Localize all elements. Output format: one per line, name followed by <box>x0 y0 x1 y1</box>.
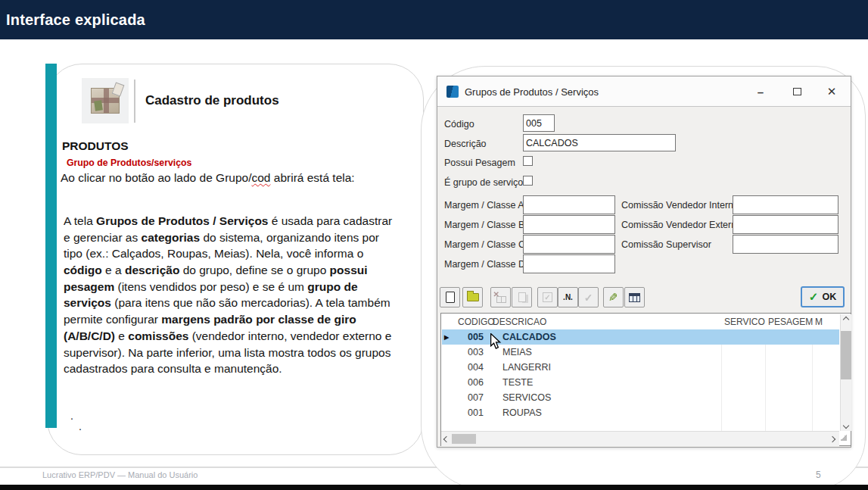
app-window: Grupos de Produtos / Serviços Código Des… <box>437 76 851 448</box>
header-divider <box>134 80 135 123</box>
table-row[interactable]: 004 LANGERRI <box>442 360 839 375</box>
column-header-servico[interactable]: SERVICO <box>724 317 765 327</box>
cell-codigo: 006 <box>468 377 502 388</box>
window-title: Grupos de Produtos / Serviços <box>465 76 599 107</box>
minimize-icon[interactable] <box>749 76 772 107</box>
cell-codigo: 007 <box>468 392 502 403</box>
cell-descricao: SERVICOS <box>502 392 551 403</box>
cell-descricao: LANGERRI <box>502 362 551 373</box>
text-run: A tela <box>64 214 96 227</box>
text-run: do grupo, define se o grupo <box>179 264 329 276</box>
resize-grip[interactable] <box>839 433 847 441</box>
text-run-bold: categorias <box>142 231 201 244</box>
cell-descricao: ROUPAS <box>502 407 542 418</box>
margem-d-input[interactable] <box>523 254 615 273</box>
n-order-button[interactable]: .N. <box>558 287 578 307</box>
comissao-externo-label: Comissão Vendedor Externo <box>621 220 742 230</box>
open-folder-icon <box>467 293 479 301</box>
descricao-label: Descrição <box>444 139 487 149</box>
table-calc-button[interactable] <box>624 287 645 307</box>
text-run-bold: descrição <box>125 264 179 276</box>
column-header-pesagem[interactable]: PESAGEM <box>768 317 813 327</box>
stray-dot: . <box>79 420 82 432</box>
margem-c-input[interactable] <box>523 235 615 254</box>
vertical-scrollbar[interactable] <box>840 314 851 431</box>
cell-descricao: MEIAS <box>502 347 532 357</box>
paragraph-description: A tela Grupos de Produtos / Serviços é u… <box>64 213 395 377</box>
grupo-servicos-label: É grupo de serviços <box>444 177 527 188</box>
text-run: e a <box>102 264 125 276</box>
section-heading: PRODUTOS <box>62 139 129 153</box>
comissao-externo-input[interactable] <box>733 215 838 234</box>
chevron-right-icon[interactable] <box>827 432 838 446</box>
footer-manual-label: Lucrativo ERP/PDV — Manual do Usuário <box>42 470 198 479</box>
edit-pen-button[interactable] <box>603 287 624 307</box>
confirm-record-button[interactable] <box>537 287 558 307</box>
subsection-heading: Grupo de Produtos/serviços <box>67 158 191 168</box>
check-icon <box>809 290 819 304</box>
comissao-interno-input[interactable] <box>733 195 838 214</box>
n-order-icon: .N. <box>563 293 573 301</box>
codigo-input[interactable] <box>523 114 555 132</box>
card-title: Cadastro de produtos <box>145 78 279 123</box>
stray-dot: . <box>70 410 73 422</box>
app-cube-icon <box>446 86 459 98</box>
package-icon <box>82 78 129 123</box>
edit-pen-icon <box>608 291 618 304</box>
package-box-shape <box>91 88 120 114</box>
apply-check-icon <box>584 292 593 304</box>
close-icon[interactable] <box>820 76 843 107</box>
ok-button[interactable]: OK <box>801 286 845 307</box>
text-run: e <box>115 329 128 342</box>
delete-record-button[interactable] <box>490 287 511 307</box>
ok-button-label: OK <box>822 292 836 302</box>
column-header-codigo[interactable]: CODIGO <box>458 317 495 327</box>
table-row[interactable]: 006 TESTE <box>442 375 839 390</box>
descricao-input[interactable] <box>523 134 676 151</box>
chevron-left-icon[interactable] <box>441 432 452 446</box>
page-number: 5 <box>816 470 821 480</box>
copy-record-icon <box>518 292 526 302</box>
cell-descricao: CALCADOS <box>502 332 556 342</box>
groups-table: CODIGO DESCRICAO SERVICO PESAGEM M 005 C… <box>440 313 851 446</box>
margem-c-label: Margem / Classe C <box>444 239 525 250</box>
new-record-icon <box>446 292 455 303</box>
apply-check-button[interactable] <box>578 287 599 307</box>
window-title-bar[interactable]: Grupos de Produtos / Serviços <box>437 76 851 107</box>
open-folder-button[interactable] <box>462 287 483 307</box>
comissao-interno-label: Comissão Vendedor Interno <box>621 200 739 211</box>
codigo-label: Código <box>444 119 474 130</box>
text-run-bold: Grupos de Produtos / Serviços <box>96 214 268 227</box>
misspelled-word: cod <box>251 171 270 184</box>
horizontal-scroll-thumb[interactable] <box>452 434 476 444</box>
teal-accent-bar <box>45 64 57 428</box>
grupo-servicos-checkbox[interactable] <box>523 176 533 186</box>
confirm-checkbox-icon <box>543 292 552 302</box>
cell-descricao: TESTE <box>502 377 533 388</box>
column-header-m[interactable]: M <box>815 317 823 327</box>
margem-b-input[interactable] <box>523 215 615 234</box>
margem-a-input[interactable] <box>523 195 615 214</box>
comissao-supervisor-input[interactable] <box>733 235 838 254</box>
table-row[interactable]: 001 ROUPAS <box>442 405 839 420</box>
table-row[interactable]: 007 SERVICOS <box>442 390 839 405</box>
maximize-icon[interactable] <box>786 76 808 107</box>
margem-b-label: Margem / Classe B <box>444 220 524 230</box>
cell-codigo: 001 <box>468 407 502 418</box>
possui-pesagem-checkbox[interactable] <box>523 156 533 166</box>
comissao-supervisor-label: Comissão Supervisor <box>621 239 711 250</box>
chevron-up-icon[interactable] <box>841 314 851 325</box>
chevron-down-icon[interactable] <box>841 420 851 431</box>
column-header-descricao[interactable]: DESCRICAO <box>493 317 546 327</box>
new-record-button[interactable] <box>440 287 460 307</box>
bottom-black-bar <box>0 485 868 490</box>
margem-a-label: Margem / Classe A <box>444 200 524 211</box>
copy-record-button[interactable] <box>512 287 532 307</box>
margem-d-label: Margem / Classe D <box>444 259 525 270</box>
page-title: Interface explicada <box>0 11 145 29</box>
text-run: abrirá está tela: <box>270 171 354 184</box>
vertical-scroll-thumb[interactable] <box>841 331 851 379</box>
paragraph-intro: Ao clicar no botão ao lado de Grupo/cod … <box>61 170 390 186</box>
horizontal-scrollbar[interactable] <box>441 431 839 446</box>
top-title-bar: Interface explicada <box>0 0 868 39</box>
